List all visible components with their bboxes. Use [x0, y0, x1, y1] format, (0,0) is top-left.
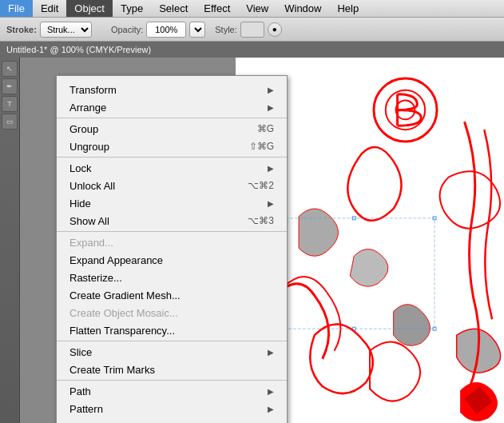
tool-rect[interactable]: ▭ [2, 114, 18, 130]
show-all-shortcut: ⌥⌘3 [248, 215, 274, 226]
menu-create-object-mosaic: Create Object Mosaic... [57, 304, 287, 321]
menu-object[interactable]: Object [66, 0, 113, 17]
menu-arrange[interactable]: Arrange ▶ [57, 98, 287, 116]
menu-ungroup[interactable]: Ungroup ⇧⌘G [57, 138, 287, 155]
stroke-select[interactable]: Struk... [40, 22, 92, 38]
menu-create-trim-marks[interactable]: Create Trim Marks [57, 361, 287, 378]
group-shortcut: ⌘G [257, 123, 274, 134]
menu-create-gradient-mesh[interactable]: Create Gradient Mesh... [57, 286, 287, 304]
style-box[interactable] [240, 22, 264, 38]
menu-group[interactable]: Group ⌘G [57, 120, 287, 138]
menu-rasterize[interactable]: Rasterize... [57, 269, 287, 286]
menu-section-1: Transform ▶ Arrange ▶ [57, 79, 287, 118]
tool-pen[interactable]: ✒ [2, 78, 18, 94]
menu-edit[interactable]: Edit [33, 0, 66, 17]
menu-expand: Expand... [57, 233, 287, 251]
circle-button[interactable]: ● [268, 22, 282, 37]
style-label: Style: [215, 25, 237, 34]
transform-arrow: ▶ [268, 86, 274, 94]
unlock-all-shortcut: ⌥⌘2 [248, 180, 274, 191]
pattern-arrow: ▶ [268, 405, 274, 413]
menu-path[interactable]: Path ▶ [57, 382, 287, 400]
opacity-dropdown[interactable]: ▼ [189, 22, 205, 38]
menu-type[interactable]: Type [113, 0, 151, 17]
menu-lock[interactable]: Lock ▶ [57, 159, 287, 177]
menu-effect[interactable]: Effect [196, 0, 238, 17]
tool-select[interactable]: ↖ [2, 61, 18, 77]
arrange-arrow: ▶ [268, 103, 274, 112]
info-bar: Untitled-1* @ 100% (CMYK/Preview) [0, 42, 504, 58]
menu-section-5: Slice ▶ Create Trim Marks [57, 341, 287, 381]
menu-show-all[interactable]: Show All ⌥⌘3 [57, 212, 287, 229]
menu-expand-appearance[interactable]: Expand Appearance [57, 251, 287, 269]
ungroup-shortcut: ⇧⌘G [249, 141, 274, 152]
menu-view[interactable]: View [238, 0, 276, 17]
path-arrow: ▶ [268, 387, 274, 396]
tool-strip: ↖ ✒ T ▭ [0, 58, 19, 133]
document-title: Untitled-1* @ 100% (CMYK/Preview) [6, 45, 151, 54]
menu-section-3: Lock ▶ Unlock All ⌥⌘2 Hide ▶ Show All ⌥⌘… [57, 158, 287, 232]
menu-section-6: Path ▶ Pattern ▶ Blend ▶ Envelope Distor… [57, 381, 287, 423]
menu-bar: File Edit Object Type Select Effect View… [0, 0, 504, 18]
menu-unlock-all[interactable]: Unlock All ⌥⌘2 [57, 177, 287, 194]
menu-section-2: Group ⌘G Ungroup ⇧⌘G [57, 118, 287, 158]
menu-section-4: Expand... Expand Appearance Rasterize...… [57, 232, 287, 341]
opacity-input[interactable] [146, 22, 186, 38]
hide-arrow: ▶ [268, 199, 274, 208]
menu-flatten-transparency[interactable]: Flatten Transparency... [57, 321, 287, 339]
canvas-area: ↖ ✒ T ▭ [0, 58, 504, 423]
menu-hide[interactable]: Hide ▶ [57, 194, 287, 212]
left-panel: ↖ ✒ T ▭ [0, 58, 20, 423]
dropdown-menu: Transform ▶ Arrange ▶ Group ⌘G Ungroup ⇧… [56, 75, 288, 423]
tool-text[interactable]: T [2, 96, 18, 112]
menu-help[interactable]: Help [329, 0, 367, 17]
menu-slice[interactable]: Slice ▶ [57, 343, 287, 361]
lock-arrow: ▶ [268, 164, 274, 173]
menu-pattern[interactable]: Pattern ▶ [57, 400, 287, 417]
menu-select[interactable]: Select [151, 0, 196, 17]
stroke-label: Stroke: [6, 25, 37, 34]
slice-arrow: ▶ [268, 348, 274, 357]
toolbar: Stroke: Struk... Opacity: ▼ Style: ● [0, 18, 504, 42]
menu-file[interactable]: File [0, 0, 33, 17]
menu-blend[interactable]: Blend ▶ [57, 417, 287, 423]
menu-transform[interactable]: Transform ▶ [57, 81, 287, 98]
opacity-label: Opacity: [111, 25, 143, 34]
menu-window[interactable]: Window [276, 0, 329, 17]
